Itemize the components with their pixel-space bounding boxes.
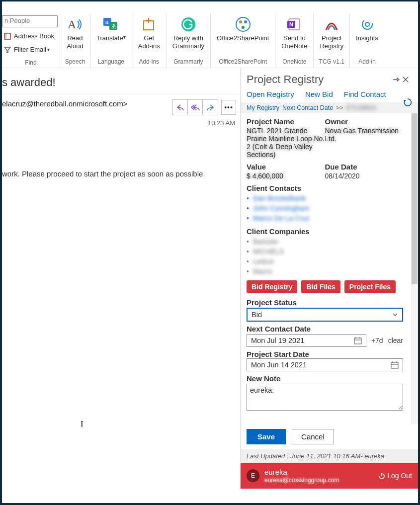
project-start-date-value: Mon Jun 14 2021 xyxy=(251,361,307,369)
filter-email-button[interactable]: Filter Email ▾ xyxy=(2,43,60,56)
read-aloud-button[interactable]: A Read Aloud xyxy=(64,14,86,52)
more-actions-button[interactable]: ••• xyxy=(221,100,236,115)
reply-button-group xyxy=(172,99,218,115)
svg-point-19 xyxy=(362,19,372,29)
client-company: Macro xyxy=(253,267,272,275)
get-addins-label: Get Add-ins xyxy=(138,34,160,51)
open-registry-link[interactable]: Open Registry xyxy=(247,90,294,98)
svg-rect-28 xyxy=(391,362,398,368)
chevron-down-icon: ▾ xyxy=(47,47,50,52)
user-email: eureka@crossinggroup.com xyxy=(264,477,339,484)
mail-from: elacruz@theredball.onmicrosoft.com> xyxy=(2,99,127,108)
breadcrumb-next-contact[interactable]: Next Contact Date xyxy=(282,104,333,111)
value-due-date: 08/14/2020 xyxy=(325,171,404,183)
ribbon-group-speech: A Read Aloud Speech xyxy=(60,13,90,68)
office2sharepoint-button[interactable]: Office2SharePoint xyxy=(215,14,271,52)
ribbon-group-label-speech: Speech xyxy=(65,52,85,65)
ribbon-group-addin: Insights Add-in xyxy=(350,13,384,68)
next-contact-date-input[interactable]: Mon Jul 19 2021 xyxy=(247,334,366,347)
label-client-contacts: Client Contacts xyxy=(247,184,403,192)
pane-scrollbar[interactable] xyxy=(411,113,418,424)
project-files-button[interactable]: Project Files xyxy=(344,280,396,293)
client-contact-link[interactable]: Marco De La Cruz xyxy=(253,214,310,222)
save-button[interactable]: Save xyxy=(247,429,286,444)
filter-email-label: Filter Email xyxy=(14,46,46,53)
mail-time: 10:23 AM xyxy=(2,117,240,130)
breadcrumb-my-registry[interactable]: My Registry xyxy=(247,104,279,111)
translate-label: Translate xyxy=(96,34,123,42)
office2sharepoint-label: Office2SharePoint xyxy=(217,34,269,51)
svg-text:a: a xyxy=(105,19,109,25)
insights-button[interactable]: Insights xyxy=(354,14,380,52)
svg-point-15 xyxy=(242,26,245,29)
close-icon xyxy=(402,76,409,83)
svg-marker-2 xyxy=(4,47,10,53)
svg-point-12 xyxy=(236,17,250,31)
insights-label: Insights xyxy=(356,34,378,51)
project-start-date-input[interactable]: Mon Jun 14 2021 xyxy=(247,358,403,371)
find-contact-link[interactable]: Find Contact xyxy=(344,90,386,98)
pin-icon xyxy=(392,76,400,83)
mail-reading-pane: s awarded! elacruz@theredball.onmicrosof… xyxy=(2,68,240,489)
clear-date-button[interactable]: clear xyxy=(388,337,403,344)
client-company: Banister xyxy=(253,238,278,246)
ribbon-group-language: aあ Translate▾ Language xyxy=(90,13,132,68)
send-onenote-label: Send to OneNote xyxy=(281,34,307,51)
client-contact-link[interactable]: Dan Brockelbank xyxy=(253,194,306,202)
calendar-icon xyxy=(354,337,362,344)
ribbon-group-label-grammarly: Grammarly xyxy=(173,52,203,65)
project-status-value: Bid xyxy=(252,311,262,319)
next-contact-date-value: Mon Jul 19 2021 xyxy=(251,337,304,344)
svg-point-14 xyxy=(244,20,247,23)
reply-grammarly-label: Reply with Grammarly xyxy=(172,34,204,51)
client-contact-link[interactable]: John Cunningham xyxy=(253,204,310,212)
project-registry-label: Project Registry xyxy=(320,34,343,51)
project-registry-pane: Project Registry Open Registry New Bid F… xyxy=(240,68,418,489)
close-pane-button[interactable] xyxy=(402,76,412,83)
new-note-textarea[interactable]: eureka: xyxy=(247,384,403,411)
send-onenote-button[interactable]: N Send to OneNote xyxy=(279,14,309,52)
cancel-button[interactable]: Cancel xyxy=(292,429,334,444)
user-name: eureka xyxy=(264,468,339,477)
label-owner: Owner xyxy=(325,117,404,126)
plus-7d-button[interactable]: +7d xyxy=(371,337,383,344)
svg-text:A: A xyxy=(68,18,77,31)
value-amount: $ 4,600,000 xyxy=(247,171,325,183)
mail-body: work. Please proceed to start the projec… xyxy=(2,130,240,178)
get-addins-button[interactable]: Get Add-ins xyxy=(136,14,162,52)
addins-icon xyxy=(140,15,158,33)
ribbon: n People Address Book Filter Email ▾ Fin… xyxy=(2,13,418,68)
refresh-icon xyxy=(403,98,412,107)
reply-grammarly-button[interactable]: Reply with Grammarly xyxy=(170,14,206,52)
ellipsis-icon: ••• xyxy=(224,103,233,111)
ribbon-group-label-find: Find xyxy=(2,56,60,68)
address-book-button[interactable]: Address Book xyxy=(2,29,60,43)
project-status-select[interactable]: Bid xyxy=(247,308,403,322)
forward-button[interactable] xyxy=(203,100,218,115)
address-book-label: Address Book xyxy=(14,32,54,40)
pin-button[interactable] xyxy=(392,76,402,83)
new-bid-link[interactable]: New Bid xyxy=(305,90,333,98)
label-value: Value xyxy=(247,163,325,171)
bid-files-button[interactable]: Bid Files xyxy=(301,280,340,293)
refresh-button[interactable] xyxy=(403,98,412,107)
people-search[interactable]: n People xyxy=(2,15,58,27)
power-icon xyxy=(378,472,385,479)
read-aloud-icon: A xyxy=(66,15,84,33)
new-note-value: eureka: xyxy=(250,386,274,394)
svg-text:あ: あ xyxy=(111,23,117,29)
ribbon-group-label-language: Language xyxy=(98,52,124,65)
reply-all-button[interactable] xyxy=(188,100,203,115)
ribbon-group-tcg: Project Registry TCG v1.1 xyxy=(314,13,350,68)
ribbon-group-label-office2sp: Office2SharePoint xyxy=(219,52,267,65)
logout-button[interactable]: Log Out xyxy=(378,472,412,480)
ribbon-group-office2sp: Office2SharePoint Office2SharePoint xyxy=(211,13,275,68)
label-due-date: Due Date xyxy=(325,163,404,171)
insights-icon xyxy=(358,15,376,33)
bid-registry-button[interactable]: Bid Registry xyxy=(247,280,297,293)
grammarly-icon xyxy=(179,15,197,33)
project-registry-button[interactable]: Project Registry xyxy=(318,14,345,52)
forward-icon xyxy=(206,104,215,111)
reply-button[interactable] xyxy=(173,100,188,115)
translate-button[interactable]: aあ Translate▾ xyxy=(94,14,128,52)
